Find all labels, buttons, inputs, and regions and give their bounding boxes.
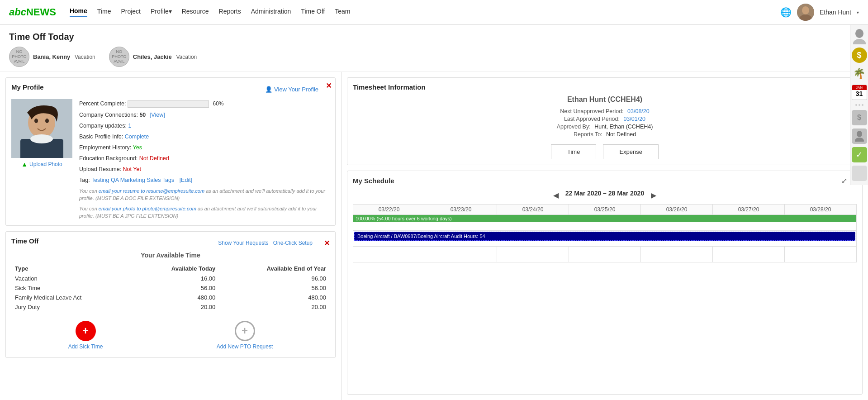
expand-icon[interactable]: ⤢ — [841, 176, 847, 185]
schedule-next[interactable]: ▶ — [651, 191, 656, 200]
nav-home[interactable]: Home — [70, 7, 87, 17]
person-icon: 👤 — [265, 86, 272, 93]
add-sick-btn[interactable]: + Add Sick Time — [68, 321, 103, 350]
eoy-jury: 20.00 — [219, 302, 330, 312]
my-profile-title: My Profile — [11, 83, 44, 91]
next-unapproved-value[interactable]: 03/08/20 — [627, 108, 650, 114]
last-approved-value[interactable]: 03/01/20 — [623, 116, 645, 122]
profile-row-connections: Company Connections: 50 [View] — [79, 110, 330, 119]
expense-button[interactable]: Expense — [603, 144, 659, 159]
tag-qa[interactable]: QA — [111, 177, 119, 183]
svg-point-9 — [855, 29, 863, 38]
type-vacation: Vacation — [11, 274, 134, 283]
user-name[interactable]: Ethan Hunt — [820, 9, 851, 16]
user-photo-bania: NOPHOTOAVAIL — [9, 47, 29, 67]
svg-point-11 — [857, 131, 862, 137]
view-profile-label: View Your Profile — [274, 86, 318, 93]
edit-tags[interactable]: [Edit] — [180, 177, 193, 183]
calendar-icon: JAN 31 — [852, 85, 867, 100]
nav-timeoff[interactable]: Time Off — [301, 8, 325, 17]
nav-links: Home Time Project Profile▾ Resource Repo… — [70, 7, 351, 17]
left-panel: My Profile 👤 View Your Profile ✕ — [0, 72, 342, 400]
nav-project[interactable]: Project — [121, 8, 141, 17]
profile-row-updates: Company updates: 1 — [79, 121, 330, 130]
eoy-sick: 56.00 — [219, 283, 330, 293]
svg-point-8 — [45, 119, 49, 123]
upload-arrow-icon: ▲ — [21, 161, 28, 168]
upload-photo-label: Upload Photo — [29, 161, 62, 167]
time-off-table: Type Available Today Available End of Ye… — [11, 263, 330, 312]
tag-marketing[interactable]: Marketing — [120, 177, 145, 183]
basic-value[interactable]: Complete — [125, 133, 149, 140]
sched-col-6: 03/28/20 — [785, 205, 857, 215]
connections-view[interactable]: [View] — [150, 112, 165, 118]
time-off-close[interactable]: ✕ — [324, 239, 330, 248]
show-requests-link[interactable]: Show Your Requests — [218, 240, 268, 246]
time-off-users: NOPHOTOAVAIL Bania, Kenny Vacation NOPHO… — [9, 47, 859, 67]
sidebar-palm-icon[interactable]: 🌴 — [851, 66, 868, 82]
today-sick: 56.00 — [134, 283, 219, 293]
nav-resource[interactable]: Resource — [182, 8, 209, 17]
nav-time[interactable]: Time — [97, 8, 111, 17]
profile-row-employment: Employment History: Yes — [79, 143, 330, 152]
connections-value[interactable]: 50 — [139, 112, 146, 118]
nav-reports[interactable]: Reports — [219, 8, 241, 17]
nav-profile[interactable]: Profile▾ — [151, 8, 172, 17]
my-profile-close[interactable]: ✕ — [326, 81, 332, 90]
progress-bar-wrap — [128, 100, 209, 109]
user-dropdown-arrow[interactable]: ▾ — [857, 10, 859, 15]
time-off-user-1: NOPHOTOAVAIL Chiles, Jackie Vacation — [109, 47, 197, 67]
page: Time Off Today ▽ NOPHOTOAVAIL Bania, Ken… — [0, 25, 868, 400]
nav-administration[interactable]: Administration — [251, 8, 291, 17]
user-avatar — [797, 4, 814, 21]
time-button[interactable]: Time — [551, 144, 596, 159]
upload-photo-link[interactable]: ▲ Upload Photo — [21, 161, 62, 168]
user-type-bania: Vacation — [75, 54, 95, 60]
sched-col-5: 03/27/20 — [713, 205, 785, 215]
table-row: Jury Duty 20.00 20.00 — [11, 302, 330, 312]
col-today: Available Today — [134, 263, 219, 274]
sidebar-check-icon[interactable]: ✓ — [851, 147, 868, 163]
updates-label: Company updates: — [79, 123, 127, 129]
percent-label: Percent Complete: — [79, 100, 126, 107]
email-resume-link[interactable]: email your resume to resume@empiresuite.… — [99, 188, 204, 194]
reports-to-value: Not Defined — [606, 131, 636, 138]
schedule-empty-row — [353, 247, 857, 262]
profile-row-education: Education Background: Not Defined — [79, 154, 330, 163]
add-pto-btn[interactable]: + Add New PTO Request — [217, 321, 273, 350]
tag-testing[interactable]: Testing — [91, 177, 109, 183]
sched-col-4: 03/26/20 — [641, 205, 713, 215]
sidebar-dollar-icon[interactable]: $ — [851, 47, 868, 63]
email-photo-link[interactable]: email your photo to photo@empiresuite.co… — [99, 206, 196, 211]
globe-icon[interactable]: 🌐 — [780, 7, 792, 18]
one-click-link[interactable]: One-Click Setup — [273, 240, 313, 246]
updates-value[interactable]: 1 — [128, 123, 131, 129]
sidebar-person-s-icon[interactable] — [851, 128, 868, 144]
timesheet-row-reports-to: Reports To: Not Defined — [353, 131, 857, 138]
education-value: Not Defined — [139, 155, 169, 162]
profile-note-1: You can email your resume to resume@empi… — [79, 187, 330, 202]
my-schedule-section: My Schedule ⤢ ✕ ◀ 22 Mar 2020 – 28 Mar 2… — [347, 171, 863, 395]
today-vacation: 16.00 — [134, 274, 219, 283]
navbar: abcNEWS Home Time Project Profile▾ Resou… — [0, 0, 868, 25]
profile-row-resume: Upload Resume: Not Yet — [79, 165, 330, 174]
svg-point-6 — [30, 134, 53, 143]
dots-divider — [855, 104, 863, 106]
schedule-prev[interactable]: ◀ — [553, 191, 559, 200]
sched-col-0: 03/22/20 — [353, 205, 425, 215]
sidebar-blank-icon[interactable] — [851, 165, 868, 181]
user-info-chiles: Chiles, Jackie Vacation — [133, 53, 197, 60]
svg-point-7 — [34, 119, 38, 123]
schedule-event[interactable]: Boeing Aircraft / BAW0987/Boeing Aircraf… — [354, 232, 855, 241]
sched-empty-3 — [569, 247, 641, 262]
sched-empty-5 — [713, 247, 785, 262]
view-profile-link[interactable]: 👤 View Your Profile — [265, 86, 318, 93]
education-label: Education Background: — [79, 155, 138, 162]
tag-sales[interactable]: Sales Tags — [147, 177, 174, 183]
sidebar-person-icon[interactable] — [851, 29, 868, 45]
add-sick-label: Add Sick Time — [68, 343, 103, 350]
sidebar-money-s-icon[interactable]: $ — [851, 110, 868, 126]
logo[interactable]: abcNEWS — [9, 6, 56, 18]
sidebar-calendar-icon[interactable]: JAN 31 — [851, 84, 868, 100]
nav-team[interactable]: Team — [335, 8, 350, 17]
